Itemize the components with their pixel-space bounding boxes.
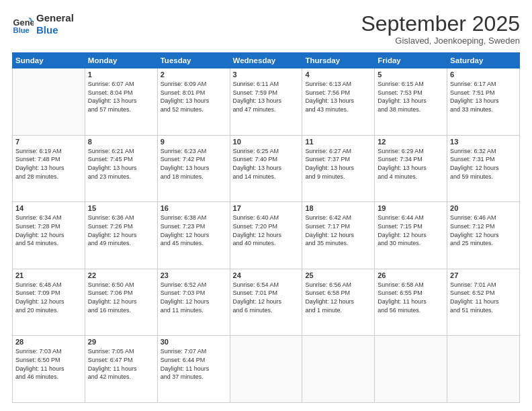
day-number: 17 — [233, 204, 300, 212]
day-number: 23 — [161, 271, 227, 279]
logo-icon: General Blue — [12, 13, 34, 35]
day-info: Sunrise: 6:44 AMSunset: 7:15 PMDaylight:… — [378, 214, 444, 247]
calendar-week-row: 7Sunrise: 6:19 AMSunset: 7:48 PMDaylight… — [13, 135, 520, 202]
day-info: Sunrise: 6:07 AMSunset: 8:04 PMDaylight:… — [88, 80, 154, 113]
table-row: 9Sunrise: 6:23 AMSunset: 7:42 PMDaylight… — [157, 135, 230, 202]
day-info: Sunrise: 6:32 AMSunset: 7:31 PMDaylight:… — [450, 147, 517, 181]
day-number: 6 — [450, 71, 517, 79]
day-number: 25 — [305, 271, 371, 279]
day-number: 16 — [161, 204, 227, 212]
table-row — [375, 336, 447, 403]
table-row: 13Sunrise: 6:32 AMSunset: 7:31 PMDayligh… — [447, 135, 520, 202]
table-row: 3Sunrise: 6:11 AMSunset: 7:59 PMDaylight… — [230, 68, 302, 136]
table-row: 23Sunrise: 6:52 AMSunset: 7:03 PMDayligh… — [157, 269, 230, 336]
table-row: 8Sunrise: 6:21 AMSunset: 7:45 PMDaylight… — [85, 135, 157, 202]
table-row: 12Sunrise: 6:29 AMSunset: 7:34 PMDayligh… — [375, 135, 447, 202]
day-number: 28 — [15, 338, 82, 346]
day-number: 9 — [161, 138, 227, 146]
col-thursday: Thursday — [302, 53, 375, 68]
day-info: Sunrise: 6:48 AMSunset: 7:09 PMDaylight:… — [15, 281, 82, 314]
month-title: September 2025 — [361, 12, 520, 36]
day-number: 7 — [15, 138, 82, 146]
table-row — [447, 336, 520, 403]
day-info: Sunrise: 6:11 AMSunset: 7:59 PMDaylight:… — [233, 80, 300, 113]
col-sunday: Sunday — [13, 53, 85, 68]
svg-text:Blue: Blue — [13, 26, 30, 34]
col-wednesday: Wednesday — [230, 53, 302, 68]
table-row: 2Sunrise: 6:09 AMSunset: 8:01 PMDaylight… — [157, 68, 230, 136]
table-row: 27Sunrise: 7:01 AMSunset: 6:52 PMDayligh… — [447, 269, 520, 336]
day-info: Sunrise: 6:21 AMSunset: 7:45 PMDaylight:… — [88, 147, 154, 181]
calendar-week-row: 28Sunrise: 7:03 AMSunset: 6:50 PMDayligh… — [13, 336, 520, 403]
day-info: Sunrise: 7:01 AMSunset: 6:52 PMDaylight:… — [450, 281, 517, 314]
day-info: Sunrise: 6:54 AMSunset: 7:01 PMDaylight:… — [233, 281, 300, 314]
day-number: 8 — [88, 138, 154, 146]
day-number: 30 — [161, 338, 227, 346]
calendar-header-row: Sunday Monday Tuesday Wednesday Thursday… — [13, 53, 520, 68]
day-info: Sunrise: 6:36 AMSunset: 7:26 PMDaylight:… — [88, 214, 154, 247]
day-info: Sunrise: 6:50 AMSunset: 7:06 PMDaylight:… — [88, 281, 154, 314]
day-number: 1 — [88, 71, 154, 79]
day-info: Sunrise: 6:42 AMSunset: 7:17 PMDaylight:… — [305, 214, 371, 247]
table-row: 5Sunrise: 6:15 AMSunset: 7:53 PMDaylight… — [375, 68, 447, 136]
table-row: 30Sunrise: 7:07 AMSunset: 6:44 PMDayligh… — [157, 336, 230, 403]
table-row — [302, 336, 375, 403]
day-info: Sunrise: 6:19 AMSunset: 7:48 PMDaylight:… — [15, 147, 82, 181]
table-row: 24Sunrise: 6:54 AMSunset: 7:01 PMDayligh… — [230, 269, 302, 336]
col-monday: Monday — [85, 53, 157, 68]
day-info: Sunrise: 6:56 AMSunset: 6:58 PMDaylight:… — [305, 281, 371, 314]
table-row: 11Sunrise: 6:27 AMSunset: 7:37 PMDayligh… — [302, 135, 375, 202]
day-number: 29 — [88, 338, 154, 346]
logo-general: General — [36, 12, 74, 24]
table-row: 14Sunrise: 6:34 AMSunset: 7:28 PMDayligh… — [13, 202, 85, 269]
day-number: 19 — [378, 204, 444, 212]
day-info: Sunrise: 6:15 AMSunset: 7:53 PMDaylight:… — [378, 80, 444, 113]
table-row: 4Sunrise: 6:13 AMSunset: 7:56 PMDaylight… — [302, 68, 375, 136]
day-number: 2 — [161, 71, 227, 79]
day-info: Sunrise: 6:29 AMSunset: 7:34 PMDaylight:… — [378, 147, 444, 181]
day-info: Sunrise: 7:07 AMSunset: 6:44 PMDaylight:… — [161, 347, 227, 381]
day-info: Sunrise: 6:17 AMSunset: 7:51 PMDaylight:… — [450, 80, 517, 113]
day-info: Sunrise: 6:52 AMSunset: 7:03 PMDaylight:… — [161, 281, 227, 314]
table-row: 19Sunrise: 6:44 AMSunset: 7:15 PMDayligh… — [375, 202, 447, 269]
col-saturday: Saturday — [447, 53, 520, 68]
day-info: Sunrise: 6:58 AMSunset: 6:55 PMDaylight:… — [378, 281, 444, 314]
day-info: Sunrise: 6:23 AMSunset: 7:42 PMDaylight:… — [161, 147, 227, 181]
table-row — [13, 68, 85, 136]
day-number: 24 — [233, 271, 300, 279]
calendar-week-row: 21Sunrise: 6:48 AMSunset: 7:09 PMDayligh… — [13, 269, 520, 336]
day-number: 20 — [450, 204, 517, 212]
page: General Blue General Blue September 2025… — [0, 0, 532, 411]
day-info: Sunrise: 6:46 AMSunset: 7:12 PMDaylight:… — [450, 214, 517, 247]
day-info: Sunrise: 7:03 AMSunset: 6:50 PMDaylight:… — [15, 347, 82, 381]
calendar-week-row: 1Sunrise: 6:07 AMSunset: 8:04 PMDaylight… — [13, 68, 520, 136]
day-info: Sunrise: 6:40 AMSunset: 7:20 PMDaylight:… — [233, 214, 300, 247]
table-row: 15Sunrise: 6:36 AMSunset: 7:26 PMDayligh… — [85, 202, 157, 269]
day-info: Sunrise: 6:13 AMSunset: 7:56 PMDaylight:… — [305, 80, 371, 113]
day-info: Sunrise: 7:05 AMSunset: 6:47 PMDaylight:… — [88, 347, 154, 381]
day-number: 22 — [88, 271, 154, 279]
col-friday: Friday — [375, 53, 447, 68]
day-number: 27 — [450, 271, 517, 279]
table-row: 10Sunrise: 6:25 AMSunset: 7:40 PMDayligh… — [230, 135, 302, 202]
table-row: 26Sunrise: 6:58 AMSunset: 6:55 PMDayligh… — [375, 269, 447, 336]
table-row: 1Sunrise: 6:07 AMSunset: 8:04 PMDaylight… — [85, 68, 157, 136]
day-number: 4 — [305, 71, 371, 79]
day-number: 13 — [450, 138, 517, 146]
table-row: 28Sunrise: 7:03 AMSunset: 6:50 PMDayligh… — [13, 336, 85, 403]
table-row — [230, 336, 302, 403]
day-number: 12 — [378, 138, 444, 146]
day-number: 14 — [15, 204, 82, 212]
day-info: Sunrise: 6:25 AMSunset: 7:40 PMDaylight:… — [233, 147, 300, 181]
header: General Blue General Blue September 2025… — [12, 12, 520, 46]
col-tuesday: Tuesday — [157, 53, 230, 68]
day-info: Sunrise: 6:34 AMSunset: 7:28 PMDaylight:… — [15, 214, 82, 247]
day-number: 15 — [88, 204, 154, 212]
day-info: Sunrise: 6:27 AMSunset: 7:37 PMDaylight:… — [305, 147, 371, 181]
day-number: 18 — [305, 204, 371, 212]
table-row: 16Sunrise: 6:38 AMSunset: 7:23 PMDayligh… — [157, 202, 230, 269]
day-number: 26 — [378, 271, 444, 279]
table-row: 18Sunrise: 6:42 AMSunset: 7:17 PMDayligh… — [302, 202, 375, 269]
table-row: 25Sunrise: 6:56 AMSunset: 6:58 PMDayligh… — [302, 269, 375, 336]
day-number: 11 — [305, 138, 371, 146]
